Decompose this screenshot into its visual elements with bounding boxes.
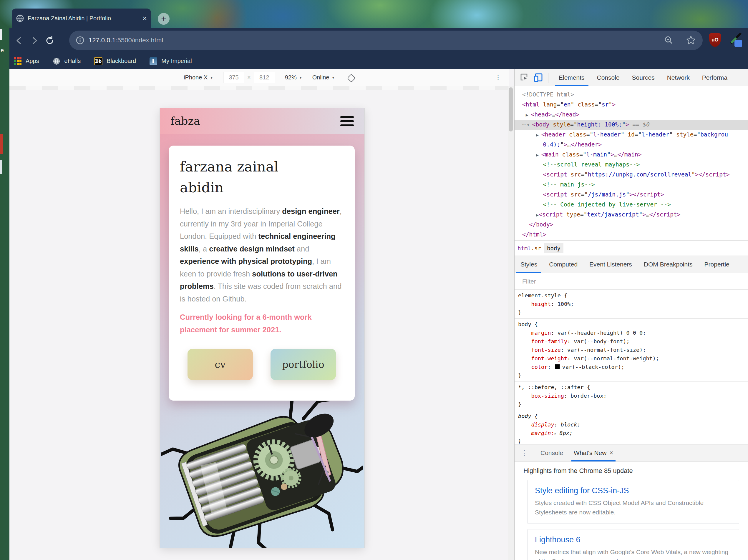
url-bar[interactable]: 127.0.0.1:5500/index.html: [69, 31, 703, 50]
drawer-tabbar: ⋮ Console What's New ×: [515, 444, 748, 461]
drawer-tab-console[interactable]: Console: [535, 444, 568, 461]
tab-dom-breakpoints[interactable]: DOM Breakpoints: [638, 256, 699, 273]
hero-card: farzana zainal abidin Hello, I am an int…: [169, 146, 355, 400]
dom-node[interactable]: <!-- Code injected by live-server -->: [522, 200, 748, 210]
css-rule-universal[interactable]: *, ::before, ::after { box-sizing: borde…: [515, 382, 748, 410]
styles-pane: element.style { height: 100%; } body { m…: [515, 290, 748, 444]
close-icon[interactable]: ×: [609, 449, 613, 457]
tab-elements[interactable]: Elements: [553, 69, 591, 86]
dom-node[interactable]: <!-- main js-->: [522, 180, 748, 190]
breadcrumb-body[interactable]: body: [544, 243, 563, 253]
desktop-screen: e Farzana Zainal Abidin | Portfolio × + …: [0, 0, 748, 560]
reload-button[interactable]: [44, 35, 55, 46]
dom-node[interactable]: ▶ <main class="l-main">…</main>: [522, 150, 748, 160]
bookmark-label: My Imperial: [161, 58, 192, 65]
ublock-extension-icon[interactable]: uO: [709, 33, 721, 47]
tab-event-listeners[interactable]: Event Listeners: [583, 256, 638, 273]
cv-button[interactable]: cv: [188, 349, 253, 380]
robot-beetle-image: [161, 401, 363, 547]
bookmark-my-imperial[interactable]: My Imperial: [149, 57, 192, 65]
bookmark-star-icon[interactable]: [685, 35, 696, 46]
css-rule-element-style[interactable]: element.style { height: 100%; }: [515, 290, 748, 319]
desktop-icon-fragment: [0, 29, 2, 40]
globe-favicon-icon: [16, 14, 24, 22]
dom-node[interactable]: ▶<script type="text/javascript">…</scrip…: [522, 210, 748, 220]
forward-button[interactable]: [29, 35, 40, 46]
css-rule-body[interactable]: body { margin: var(--header-height) 0 0 …: [515, 319, 748, 382]
url-host: 127.0.0.1: [89, 36, 116, 44]
dom-node[interactable]: 0.4);">…</header>: [522, 140, 748, 150]
hamburger-menu-icon[interactable]: [340, 114, 354, 128]
breadcrumb-html[interactable]: html.sr: [515, 243, 544, 253]
site-info-icon[interactable]: [76, 36, 85, 45]
portfolio-button[interactable]: portfolio: [271, 349, 336, 380]
chevron-down-icon: ▼: [299, 76, 302, 79]
dom-tree: <!DOCTYPE html> <html lang="en" class="s…: [515, 86, 748, 240]
browser-tab[interactable]: Farzana Zainal Abidin | Portfolio ×: [12, 8, 151, 28]
tab-console[interactable]: Console: [591, 69, 626, 86]
imperial-icon: [149, 57, 157, 65]
dom-node[interactable]: ▶ <head>…</head>: [522, 110, 748, 120]
tab-computed[interactable]: Computed: [543, 256, 583, 273]
tab-close-icon[interactable]: ×: [142, 15, 147, 22]
device-mode-icon[interactable]: [533, 73, 543, 83]
scrollbar-thumb[interactable]: [509, 87, 513, 131]
tab-title: Farzana Zainal Abidin | Portfolio: [28, 15, 140, 22]
tab-properties[interactable]: Propertie: [699, 256, 735, 273]
dom-node[interactable]: <!DOCTYPE html>: [522, 90, 748, 100]
back-button[interactable]: [14, 35, 25, 46]
desktop-icon-label-fragment: e: [1, 47, 4, 54]
dom-node[interactable]: <!--scroll reveal mayhaps-->: [522, 160, 748, 170]
zoom-icon[interactable]: [664, 35, 674, 45]
bookmark-apps[interactable]: Apps: [9, 57, 39, 65]
device-select[interactable]: iPhone X ▼: [184, 74, 213, 81]
zoom-select[interactable]: 92% ▼: [285, 74, 302, 81]
placement-note: Currently looking for a 6-month work pla…: [180, 311, 344, 336]
intro-paragraph: Hello, I am an interdisciplinary design …: [180, 205, 344, 305]
page-title: farzana zainal abidin: [180, 156, 321, 198]
tab-performance[interactable]: Performa: [696, 69, 733, 86]
desktop-icon-fragment: [0, 160, 2, 174]
card-title-link[interactable]: Lighthouse 6: [535, 535, 732, 544]
css-rule-user-agent[interactable]: body { display: block; margin:▸ 8px; }: [515, 410, 748, 448]
inspect-element-icon[interactable]: [519, 73, 529, 82]
tab-network[interactable]: Network: [661, 69, 696, 86]
globe-icon: [53, 57, 60, 65]
site-header: fabza: [160, 108, 365, 134]
device-toolbar-menu-icon[interactable]: ⋮: [494, 73, 501, 81]
styles-filter-input[interactable]: [522, 278, 699, 285]
tab-sources[interactable]: Sources: [626, 69, 661, 86]
bookmark-ehalls[interactable]: eHalls: [53, 57, 81, 65]
dom-node[interactable]: <html lang="en" class="sr">: [522, 100, 748, 110]
dom-node[interactable]: <script src="/js/main.js"></script>: [522, 190, 748, 200]
throttling-select[interactable]: Online ▼: [312, 74, 335, 81]
dom-node-selected[interactable]: ⋯▾ <body style="height: 100%;"> == $0: [515, 120, 748, 130]
bookmark-blackboard[interactable]: Bb Blackboard: [94, 57, 136, 65]
new-tab-button[interactable]: +: [158, 13, 169, 25]
dom-node[interactable]: </body>: [522, 220, 748, 230]
card-title-link[interactable]: Style editing for CSS-in-JS: [535, 486, 732, 495]
dom-node[interactable]: ▶ <header class="l-header" id="l-header"…: [522, 130, 748, 140]
url-text: 127.0.0.1:5500/index.html: [89, 36, 664, 44]
dom-breadcrumb-bar: html.sr body: [515, 240, 748, 256]
sidebar-tabbar: Styles Computed Event Listeners DOM Brea…: [515, 255, 748, 273]
device-ruler: [9, 86, 509, 90]
device-height-input[interactable]: [254, 72, 275, 83]
chevron-down-icon: ▼: [210, 76, 213, 79]
site-logo[interactable]: fabza: [170, 115, 200, 127]
emulated-page: farzana zainal abidin Hello, I am an int…: [160, 108, 365, 547]
whats-new-card: Lighthouse 6 New metrics that align with…: [528, 529, 739, 560]
rotate-device-button[interactable]: [347, 73, 355, 82]
colorpicker-extension-icon[interactable]: [727, 32, 744, 49]
page-scrollbar[interactable]: [508, 86, 514, 560]
dom-node[interactable]: </html>: [522, 230, 748, 240]
bookmark-label: Apps: [26, 58, 39, 65]
card-body: Styles created with CSS Object Model API…: [535, 498, 732, 517]
devtools-panel: Elements Console Sources Network Perform…: [515, 69, 748, 560]
tab-styles[interactable]: Styles: [515, 256, 543, 273]
drawer-menu-icon[interactable]: ⋮: [521, 449, 528, 457]
dom-node[interactable]: <script src="https://unpkg.com/scrollrev…: [522, 170, 748, 180]
device-width-input[interactable]: [223, 72, 244, 83]
drawer-tab-whats-new[interactable]: What's New ×: [568, 444, 618, 461]
whats-new-card: Style editing for CSS-in-JS Styles creat…: [528, 480, 739, 524]
